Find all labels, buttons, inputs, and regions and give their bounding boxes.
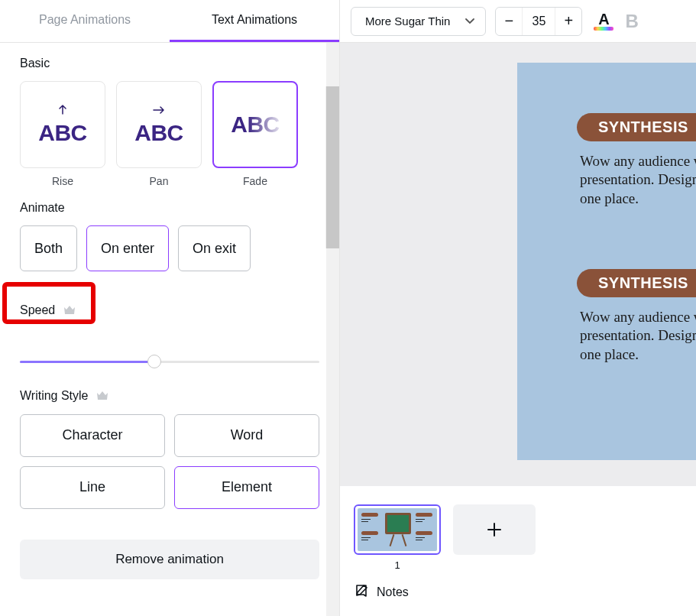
section-animate-label: Animate xyxy=(20,201,319,215)
color-strip-icon xyxy=(594,27,613,31)
panel-scrollbar[interactable] xyxy=(325,86,339,248)
speed-slider-thumb[interactable] xyxy=(147,355,161,368)
arrow-right-icon xyxy=(153,104,165,117)
animations-panel: Page Animations Text Animations Basic AB… xyxy=(0,0,339,616)
animation-tile-fade[interactable]: ABC xyxy=(212,81,298,168)
font-size-value[interactable]: 35 xyxy=(522,8,555,35)
writing-word-button[interactable]: Word xyxy=(174,414,319,457)
text-color-button[interactable]: A xyxy=(591,11,616,31)
animation-tile-rise[interactable]: ABC xyxy=(20,81,105,168)
font-family-dropdown[interactable]: More Sugar Thin xyxy=(351,7,486,36)
font-family-value: More Sugar Thin xyxy=(365,15,450,28)
animate-on-exit-button[interactable]: On exit xyxy=(178,225,251,271)
section-basic-label: Basic xyxy=(20,57,319,70)
slide-heading-1[interactable]: SYNTHESIS xyxy=(577,113,696,141)
tile-abc-label: ABC xyxy=(134,120,183,146)
tab-text-animations[interactable]: Text Animations xyxy=(170,0,339,42)
remove-animation-button[interactable]: Remove animation xyxy=(20,540,319,579)
animate-both-button[interactable]: Both xyxy=(20,225,77,271)
tile-name-rise: Rise xyxy=(20,175,105,187)
tile-name-pan: Pan xyxy=(116,175,202,187)
tile-name-fade: Fade xyxy=(212,175,298,187)
crown-icon xyxy=(63,304,76,318)
tile-abc-label: ABC xyxy=(38,120,87,146)
notes-icon xyxy=(354,583,369,601)
animate-direction-group: Both On enter On exit xyxy=(20,225,319,271)
animate-on-enter-button[interactable]: On enter xyxy=(86,225,169,271)
section-writing-label: Writing Style xyxy=(20,389,319,404)
editor-panel: More Sugar Thin − 35 + A B SYNTHESIS Wow… xyxy=(339,0,696,616)
writing-style-group: Character Word Line Element xyxy=(20,414,319,509)
plus-icon xyxy=(486,521,503,538)
canvas-area[interactable]: SYNTHESIS Wow any audience with your Can… xyxy=(340,43,696,486)
slide-body-2[interactable]: Wow any audience with your Canva present… xyxy=(580,308,696,364)
writing-element-button[interactable]: Element xyxy=(174,466,319,509)
font-size-decrease-button[interactable]: − xyxy=(496,8,522,35)
chevron-down-icon xyxy=(465,16,474,27)
notes-label: Notes xyxy=(377,585,409,599)
animation-tile-pan[interactable]: ABC xyxy=(116,81,202,168)
slide-text-block-2[interactable]: SYNTHESIS Wow any audience with your Can… xyxy=(577,269,696,364)
page-thumbnails: ▬▬▬▬▬▬▬ ▬▬▬▬▬▬▬ ▬▬▬▬▬▬▬ ▬▬▬▬▬▬▬ 1 xyxy=(354,504,682,571)
arrow-up-icon xyxy=(57,104,68,117)
pages-strip: ▬▬▬▬▬▬▬ ▬▬▬▬▬▬▬ ▬▬▬▬▬▬▬ ▬▬▬▬▬▬▬ 1 xyxy=(340,486,696,616)
crown-icon xyxy=(96,390,108,404)
slide-heading-2[interactable]: SYNTHESIS xyxy=(577,269,696,297)
writing-character-button[interactable]: Character xyxy=(20,414,165,457)
chalkboard-icon xyxy=(385,513,411,534)
basic-animation-tiles: ABC Rise ABC Pan xyxy=(20,81,319,187)
notes-button[interactable]: Notes xyxy=(354,583,682,601)
slide-text-block-1[interactable]: SYNTHESIS Wow any audience with your Can… xyxy=(577,113,696,208)
font-size-stepper: − 35 + xyxy=(495,7,582,36)
page-thumbnail-1[interactable]: ▬▬▬▬▬▬▬ ▬▬▬▬▬▬▬ ▬▬▬▬▬▬▬ ▬▬▬▬▬▬▬ 1 xyxy=(354,504,441,571)
bold-button[interactable]: B xyxy=(625,11,638,32)
font-size-increase-button[interactable]: + xyxy=(555,8,581,35)
panel-scroll-area: Basic ABC Rise xyxy=(0,43,339,616)
slide-body-1[interactable]: Wow any audience with your Canva present… xyxy=(580,152,696,208)
text-color-a-icon: A xyxy=(598,11,609,27)
text-toolbar: More Sugar Thin − 35 + A B xyxy=(340,0,696,43)
writing-line-button[interactable]: Line xyxy=(20,466,165,509)
tile-abc-label: ABC xyxy=(231,112,280,138)
page-number: 1 xyxy=(354,559,441,571)
speed-slider[interactable] xyxy=(20,354,319,369)
add-page-button[interactable] xyxy=(453,504,536,555)
section-speed-label: Speed xyxy=(20,303,76,318)
speed-slider-fill xyxy=(20,361,154,363)
slide-canvas[interactable]: SYNTHESIS Wow any audience with your Can… xyxy=(517,63,696,460)
animation-tabs: Page Animations Text Animations xyxy=(0,0,339,43)
tab-page-animations[interactable]: Page Animations xyxy=(0,0,170,42)
